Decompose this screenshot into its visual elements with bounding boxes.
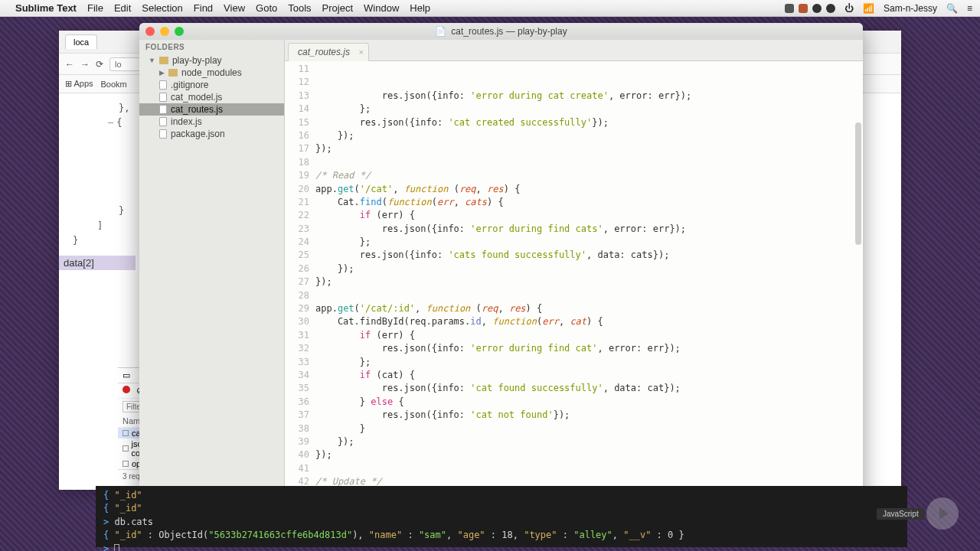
- menubar-indicator-icon[interactable]: [812, 4, 822, 13]
- sidebar-folder[interactable]: ▶node_modules: [139, 67, 284, 79]
- editor-tab[interactable]: cat_routes.js×: [288, 43, 369, 61]
- tab-close-icon[interactable]: ×: [359, 47, 364, 57]
- tab-bar: cat_routes.js×: [285, 40, 863, 61]
- back-button[interactable]: ←: [65, 59, 74, 70]
- bookmark-item[interactable]: Bookm: [101, 80, 127, 89]
- file-icon: [159, 117, 167, 126]
- sidebar: FOLDERS ▼play-by-play ▶node_modules .git…: [139, 40, 285, 514]
- play-button[interactable]: [926, 497, 959, 530]
- json-path-indicator: data[2]: [59, 256, 136, 270]
- file-icon: [159, 105, 167, 114]
- sidebar-file[interactable]: cat_model.js: [139, 91, 284, 103]
- sidebar-file[interactable]: .gitignore: [139, 79, 284, 91]
- sidebar-folder-root[interactable]: ▼play-by-play: [139, 54, 284, 67]
- menu-selection[interactable]: Selection: [142, 2, 182, 14]
- sidebar-header: FOLDERS: [139, 40, 284, 54]
- menu-tools[interactable]: Tools: [288, 2, 311, 14]
- menubar-indicator-icon[interactable]: [826, 4, 835, 13]
- file-icon: [159, 80, 167, 90]
- menu-help[interactable]: Help: [410, 2, 430, 14]
- menubar-indicator-icon[interactable]: [785, 4, 794, 13]
- mac-menubar: Sublime Text File Edit Selection Find Vi…: [0, 0, 980, 17]
- terminal-window[interactable]: { "_id" { "_id" > db.cats { "_id" : Obje…: [96, 486, 907, 547]
- sidebar-file[interactable]: index.js: [139, 116, 284, 128]
- forward-button[interactable]: →: [80, 59, 90, 70]
- editor-pane: cat_routes.js× 1112131415161718192021222…: [285, 40, 863, 514]
- window-zoom-icon[interactable]: [175, 27, 184, 36]
- menubar-indicator-icon[interactable]: [799, 4, 808, 13]
- menubar-icon[interactable]: ⏻: [844, 3, 854, 14]
- window-close-icon[interactable]: [145, 27, 155, 36]
- record-icon[interactable]: [122, 386, 130, 393]
- line-gutter: 1112131415161718192021222324252627282930…: [285, 61, 315, 499]
- window-minimize-icon[interactable]: [160, 27, 169, 36]
- spotlight-icon[interactable]: 🔍: [946, 3, 958, 14]
- menubar-user[interactable]: Sam-n-Jessy: [884, 3, 937, 14]
- window-title: cat_routes.js — play-by-play: [451, 26, 567, 37]
- sidebar-file-selected[interactable]: cat_routes.js: [139, 103, 284, 116]
- menu-goto[interactable]: Goto: [256, 2, 277, 14]
- notification-center-icon[interactable]: ≡: [967, 3, 972, 14]
- vertical-scrollbar[interactable]: [855, 122, 861, 245]
- wifi-icon[interactable]: 📶: [863, 3, 874, 14]
- file-icon: [159, 129, 167, 139]
- js-badge: JavaScript: [877, 508, 925, 520]
- menu-window[interactable]: Window: [364, 2, 399, 14]
- sublime-window: 📄cat_routes.js — play-by-play FOLDERS ▼p…: [139, 23, 863, 514]
- file-icon: [159, 93, 167, 102]
- app-name[interactable]: Sublime Text: [15, 2, 77, 14]
- folder-icon: [168, 69, 178, 77]
- menu-find[interactable]: Find: [194, 2, 213, 14]
- menu-project[interactable]: Project: [322, 2, 353, 14]
- apps-shortcut[interactable]: ⊞ Apps: [65, 79, 93, 89]
- sidebar-file[interactable]: package.json: [139, 128, 284, 140]
- sublime-titlebar[interactable]: 📄cat_routes.js — play-by-play: [139, 23, 863, 40]
- device-mode-icon[interactable]: ▭: [122, 370, 130, 380]
- reload-button[interactable]: ⟳: [96, 59, 103, 70]
- browser-tab[interactable]: loca: [65, 34, 97, 49]
- menu-view[interactable]: View: [224, 2, 245, 14]
- folder-icon: [159, 57, 168, 64]
- menu-edit[interactable]: Edit: [114, 2, 131, 14]
- menu-file[interactable]: File: [87, 2, 103, 14]
- file-icon: 📄: [435, 26, 446, 37]
- code-area[interactable]: 1112131415161718192021222324252627282930…: [285, 61, 863, 499]
- code-content[interactable]: res.json({info: 'error during cat create…: [315, 61, 863, 499]
